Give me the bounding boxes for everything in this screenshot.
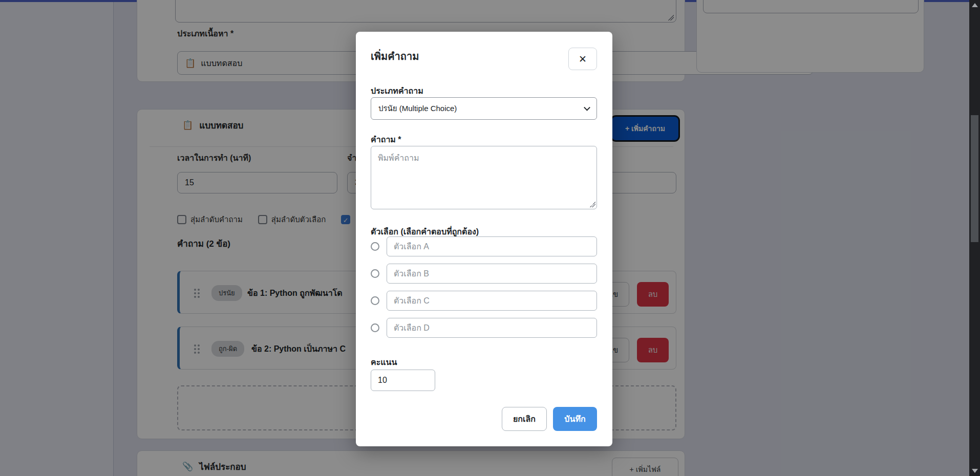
score-input[interactable]	[371, 370, 435, 391]
option-input[interactable]	[387, 291, 597, 311]
option-row	[371, 264, 597, 284]
option-row	[371, 318, 597, 338]
save-button[interactable]: บันทึก	[553, 407, 597, 431]
chevron-down-icon	[584, 104, 590, 111]
option-row	[371, 291, 597, 311]
question-type-select[interactable]: ปรนัย (Multiple Choice)	[371, 97, 597, 120]
option-row	[371, 236, 597, 256]
question-type-label: ประเภทคำถาม	[371, 84, 423, 97]
resize-grip-icon[interactable]	[590, 202, 595, 207]
scrollbar-thumb[interactable]	[971, 115, 978, 242]
option-radio[interactable]	[371, 296, 379, 305]
cancel-button[interactable]: ยกเลิก	[502, 407, 547, 431]
modal-title: เพิ่มคำถาม	[371, 48, 419, 64]
option-input[interactable]	[387, 318, 597, 338]
option-input[interactable]	[387, 236, 597, 256]
triangle-down-icon	[972, 469, 978, 473]
option-radio[interactable]	[371, 269, 379, 278]
question-type-value: ปรนัย (Multiple Choice)	[378, 102, 457, 115]
browser-scrollbar[interactable]	[969, 0, 980, 476]
triangle-up-icon	[972, 3, 978, 7]
add-question-modal: เพิ่มคำถาม ✕ ประเภทคำถาม ปรนัย (Multiple…	[356, 32, 612, 446]
option-input[interactable]	[387, 264, 597, 284]
scroll-up-button[interactable]	[969, 1, 980, 10]
option-radio[interactable]	[371, 323, 379, 332]
scroll-down-button[interactable]	[969, 466, 980, 475]
question-label: คำถาม *	[371, 133, 401, 146]
option-radio[interactable]	[371, 242, 379, 251]
close-button[interactable]: ✕	[568, 48, 597, 70]
question-textarea[interactable]	[371, 146, 597, 209]
close-icon: ✕	[579, 53, 587, 65]
score-label: คะแนน	[371, 356, 397, 369]
